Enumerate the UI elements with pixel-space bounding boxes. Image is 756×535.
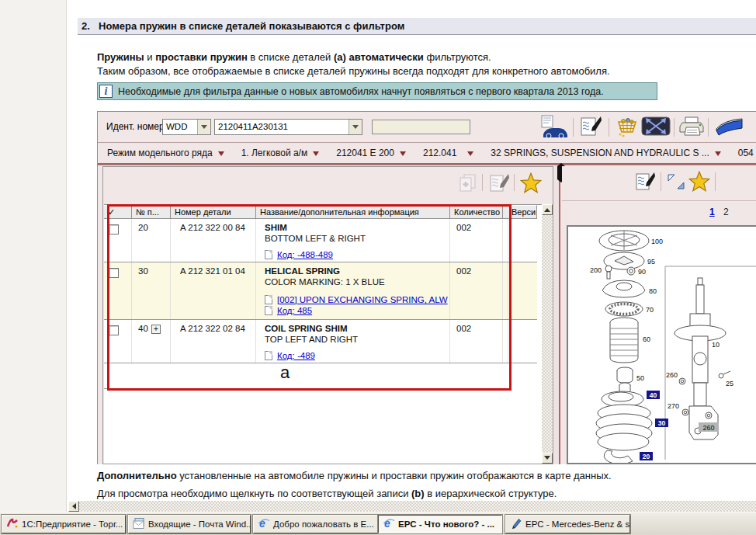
notes-edit-icon[interactable]: [579, 115, 602, 141]
wmi-combobox[interactable]: WDD: [162, 119, 211, 135]
ident-number-label: Идент. номер: [106, 121, 165, 132]
menu-model-code[interactable]: 212.041: [423, 148, 473, 159]
page-2-label[interactable]: 2: [723, 207, 729, 217]
info-note: i Необходимые для фильтра данные о новых…: [97, 82, 657, 100]
scroll-down-button[interactable]: [542, 453, 553, 464]
vin-combobox[interactable]: 2120411A230131: [214, 119, 362, 135]
svg-text:30: 30: [658, 419, 666, 427]
print-icon[interactable]: [678, 115, 705, 141]
scroll-left-button[interactable]: [68, 501, 79, 512]
footer-paragraph-1: Дополнительно установленные на автомобил…: [97, 470, 612, 481]
document-icon: [265, 351, 272, 360]
epc-main-area: ✓ № п... Номер детали Название/дополните…: [98, 165, 756, 464]
favorite-star-icon[interactable]: [688, 171, 710, 196]
taskbar-button-epc-mercedes[interactable]: EPC - Mercedes-Benz & s...: [505, 515, 630, 533]
taskbar-button-welcome-epc[interactable]: e Добро пожаловать в E...: [253, 515, 379, 533]
document-icon: [265, 306, 272, 315]
menu-model[interactable]: 212041 E 200: [336, 148, 406, 159]
toolbar-separator: [661, 172, 661, 191]
vehicle-datacard-icon[interactable]: [539, 115, 568, 141]
menu-model-series[interactable]: Режим модельного ряда: [107, 148, 224, 159]
table-empty-row: [104, 363, 508, 389]
page-left-margin: [0, 0, 67, 512]
document-icon: [265, 295, 272, 304]
part-name: COIL SPRING SHIM: [265, 324, 449, 333]
taskbar-button-epc-whats-new[interactable]: e EPC - Что нового? - ...: [378, 515, 502, 533]
toolbar-separator: [482, 174, 483, 191]
windows-taskbar: 1С:Предприятие - Торг... Входящие - Почт…: [0, 512, 756, 535]
parts-table: ✓ № п... Номер детали Название/дополните…: [104, 204, 542, 464]
svg-text:60: 60: [643, 335, 650, 343]
wmi-dropdown-button[interactable]: [197, 120, 210, 134]
model-menu-bar: Режим модельного ряда 1. Легковой а/м 21…: [98, 142, 756, 163]
diagram-panel: 1 2: [562, 166, 756, 464]
chevron-down-icon: [715, 151, 721, 159]
chevron-down-icon: [352, 125, 359, 132]
chevron-down-icon: [400, 151, 406, 159]
column-header-name[interactable]: Название/дополнительная информация: [256, 205, 450, 219]
svg-text:50: 50: [636, 374, 644, 382]
menu-subgroup[interactable]: 054 SPRING STRU: [738, 148, 756, 158]
page-1-link[interactable]: 1: [709, 207, 715, 217]
1c-app-icon: [6, 517, 19, 531]
exploded-diagram[interactable]: 100 95 90 200 80 70 60 50 10 260 25 270: [567, 225, 756, 464]
internet-explorer-icon: e: [258, 517, 270, 531]
document-horizontal-scrollbar[interactable]: [68, 501, 756, 512]
column-header-check[interactable]: ✓: [104, 205, 132, 219]
notes-edit-icon[interactable]: [634, 171, 656, 196]
manual-book-icon[interactable]: [714, 116, 745, 140]
column-header-part-number[interactable]: Номер детали: [171, 205, 256, 219]
resize-view-icon[interactable]: [666, 172, 686, 194]
taskbar-button-1c[interactable]: 1С:Предприятие - Торг...: [2, 515, 126, 533]
info-icon: i: [99, 85, 113, 98]
svg-text:270: 270: [668, 402, 679, 410]
epc-application-window: Идент. номер WDD 2120411A230131: [97, 111, 756, 464]
pen-icon: [510, 517, 522, 531]
info-note-text: Необходимые для фильтра данные о новых а…: [118, 86, 604, 97]
scrollbar-track[interactable]: [79, 501, 756, 512]
menu-group[interactable]: 32 SPRINGS, SUSPENSION AND HYDRAULIC S .…: [491, 148, 720, 159]
scroll-up-button[interactable]: [542, 204, 553, 215]
menu-vehicle-type[interactable]: 1. Легковой а/м: [241, 148, 320, 159]
secondary-input-field[interactable]: [372, 120, 470, 134]
column-header-quantity[interactable]: Количество: [450, 205, 503, 219]
notes-edit-icon[interactable]: [488, 172, 510, 197]
fullscreen-icon[interactable]: [641, 116, 671, 141]
toolbar-separator: [708, 118, 709, 137]
shopping-basket-icon[interactable]: [615, 115, 638, 141]
row-checkbox[interactable]: [109, 268, 119, 278]
panel-splitter[interactable]: [554, 166, 560, 464]
svg-text:260: 260: [666, 371, 678, 379]
favorite-star-icon[interactable]: [520, 172, 542, 197]
code-link[interactable]: Код: 485: [277, 306, 312, 315]
ident-toolbar: Идент. номер WDD 2120411A230131: [98, 112, 756, 142]
taskbar-button-mail[interactable]: Входящие - Почта Wind...: [128, 515, 251, 533]
code-link[interactable]: Код: -489: [277, 351, 315, 360]
part-name: HELICAL SPRING: [265, 266, 449, 276]
toolbar-separator: [715, 172, 716, 191]
svg-text:80: 80: [649, 287, 657, 295]
expand-button[interactable]: +: [151, 325, 161, 334]
internet-explorer-icon: e: [383, 517, 395, 531]
svg-text:10: 10: [712, 341, 720, 349]
vin-dropdown-button[interactable]: [349, 120, 362, 134]
copy-parts-icon[interactable]: [456, 172, 478, 197]
svg-text:100: 100: [651, 238, 663, 245]
table-row[interactable]: 30 A 212 321 01 04 HELICAL SPRING COLOR …: [104, 262, 537, 320]
collapse-left-icon[interactable]: [554, 163, 561, 182]
footnote-link[interactable]: [002] UPON EXCHANGING SPRING, ALW: [277, 295, 448, 304]
chevron-down-icon: [467, 151, 473, 159]
table-row[interactable]: 40+ A 212 322 02 84 COIL SPRING SHIM TOP…: [104, 320, 537, 363]
intro-paragraph-2: Таким образом, все отображаемые в списке…: [97, 65, 610, 77]
section-number: 2.: [81, 20, 99, 32]
row-checkbox[interactable]: [109, 224, 119, 234]
column-header-pos[interactable]: № п...: [132, 205, 171, 219]
table-row[interactable]: 20 A 212 322 00 84 SHIM BOTTOM LEFT & RI…: [104, 219, 537, 262]
parts-list-scrollbar[interactable]: [542, 204, 553, 464]
column-header-version[interactable]: Верси: [508, 205, 537, 219]
scrollbar-track[interactable]: [542, 215, 553, 453]
part-name: SHIM: [265, 223, 449, 232]
row-checkbox[interactable]: [109, 325, 119, 335]
code-link[interactable]: Код: -488-489: [277, 250, 333, 259]
footer-paragraph-2: Для просмотра необходимо щелкнуть по соо…: [97, 488, 557, 499]
